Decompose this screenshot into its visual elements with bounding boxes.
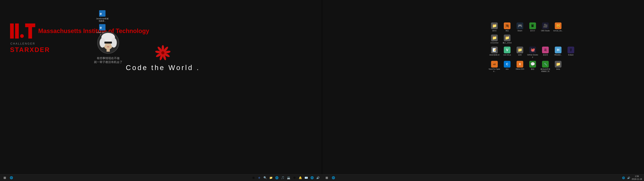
taskbar-file[interactable]: 📁 [268,175,274,180]
icon-github-label: GitHub Desktop [527,54,538,58]
icon-obs[interactable]: 🎥 OBS Studio [539,22,552,32]
mit-t-bottom [28,27,32,38]
icon-empty-5 [552,34,564,44]
wechat-devtools-icon: 🔧 [542,61,549,68]
time-display-2[interactable]: 1:59 2018-11-19 [632,175,642,181]
icon-steamtxt[interactable]: 📝 steam游戏.txt [488,46,500,59]
icon-calculator[interactable]: 🖩 百行计 [526,22,539,32]
taskbar-settings[interactable]: ⚙ [292,175,297,180]
icon-xmind2-label: 翻人_xmind [503,42,512,44]
icon-steam-label: Steam [518,30,522,32]
icon-xmind1[interactable]: 📁 灯芯xmind [488,34,500,44]
icon-xmind2[interactable]: 📁 翻人_xmind [501,34,513,44]
cics-icon: C [504,61,510,68]
icon-cics[interactable]: C cics [501,60,513,73]
taskbar-winbtn2[interactable]: ⊞ [251,175,256,180]
icon-github[interactable]: 🐙 GitHub Desktop [526,46,539,59]
calc-icon: 🖩 [529,22,536,29]
icon-wechat[interactable]: 💬 微信 [526,60,539,73]
icon-calc-label: 百行计 [530,30,535,32]
icon-xmind1-label: 灯芯xmind [490,42,498,44]
icon-demo[interactable]: 📁 demo [488,22,500,32]
icon-huashengqiao[interactable]: 花 花生売 [539,46,552,59]
icon-obs-label: OBS Studio [541,30,550,32]
quote-line1: 有些事情现在不做 [94,56,122,60]
taskbar-cortana[interactable]: 🌐 [9,175,14,180]
taskbar-chrome[interactable]: 🌐 [274,175,280,180]
avatar-circle [97,32,119,54]
steam-icon: 🎮 [516,22,523,29]
icon-tomcat[interactable]: 🐱 tomcat_sta... [552,22,564,32]
challenger-label: CHALLENGER [10,42,35,45]
nfs-icon: 🏎 [491,61,498,68]
desktop-icon-js[interactable]: e JavaScript权威指南第... [96,10,109,22]
taskbar-music[interactable]: 🎵 [280,175,286,180]
hbuilder-icon: H [555,46,562,53]
icon-taobao-label: 淘宝 [506,30,509,32]
mit-logo-row: Massachusetts Institute of Technology [10,24,149,38]
taskbar-left: ⊞ 🌐 [0,174,16,181]
starxder-label: STARXDER [10,46,50,54]
taobao-icon: 淘 [504,22,510,29]
icon-empty-7 [565,60,577,73]
icon-nfs[interactable]: 🏎 Need For Speed... [488,60,500,73]
temp-icon: 📁 [555,61,562,68]
mit-title: Massachusetts Institute of Technology [38,27,149,34]
icon-wechat-devtools[interactable]: 🔧 微信web开发者辅助工具 [539,60,552,73]
js-icon: e [99,10,106,17]
taskbar-volume[interactable]: 🔊 [315,175,321,180]
icon-taobao[interactable]: 淘 淘宝 [501,22,513,32]
icon-demo-label: demo [492,30,496,32]
mit-t [25,24,35,38]
svg-point-22 [161,51,164,54]
icon-empty-4 [539,34,552,44]
code-world-text: Code the World . [126,64,200,72]
icon-eclipse-label: Eclipse [568,54,574,56]
mit-dot [20,34,24,38]
icon-vuejs[interactable]: V vue-min.js [501,46,513,59]
vuejs-icon: V [504,46,510,53]
clock-date-2: 2018-11-19 [632,178,642,181]
icon-steamtxt-label: steam游戏.txt [489,54,500,56]
icon-eclipse[interactable]: ☿ Eclipse [565,46,577,59]
demo-folder-icon: 📁 [491,22,498,29]
quote-line2: 就一辈子都没有机会了 [94,60,122,64]
icon-huashengqiao-label: 花生売 [543,54,548,56]
clock-time-2: 1:59 [632,175,642,178]
svg-text:e: e [100,12,102,16]
taskbar2-network[interactable]: 🌐 [621,176,626,180]
icon-temp[interactable]: 📁 temp [552,60,564,73]
start-button-2[interactable]: ⊞ [323,174,330,181]
icon-empty-6 [565,34,577,44]
start-button[interactable]: ⊞ [1,174,8,181]
taskbar-search[interactable]: 🔍 [262,175,268,180]
mit-bars [10,24,35,38]
icon-work[interactable]: 📁 work [514,46,526,59]
taskbar-browser[interactable]: e [256,175,262,180]
icon-empty-2 [514,34,526,44]
github-icon: 🐙 [529,46,536,53]
taskbar-browser2[interactable]: 🌐 [310,175,315,180]
icon-steam[interactable]: 🎮 Steam [514,22,526,32]
taskbar2-icon1[interactable]: 🌐 [331,175,336,180]
icon-empty-1 [565,22,577,32]
wechat-icon: 💬 [529,61,536,68]
icon-empty-3 [526,34,539,44]
icon-work-label: work [518,54,522,56]
xmindzen-icon: X [516,61,523,68]
red-flower-icon [155,45,170,60]
mit-t-top [25,24,35,27]
svg-text:e: e [100,26,102,30]
eclipse-icon: ☿ [568,46,574,53]
taskbar-mail[interactable]: 📧 [304,175,309,180]
tomcat-icon: 🐱 [555,22,562,29]
huashengqiao-icon: 花 [542,46,549,53]
taskbar-notif[interactable]: 🔔 [298,175,303,180]
svg-rect-12 [106,48,110,52]
taskbar-computer[interactable]: 💻 [286,175,291,180]
taskbar2-right: 🌐 🔊 1:59 2018-11-19 [619,175,644,181]
taskbar2-volume[interactable]: 🔊 [626,176,631,180]
icon-wechat-label: 微信 [531,68,534,70]
icon-xmindzen[interactable]: X XMind ZEN [514,60,526,73]
icon-hbuilder[interactable]: H HBuilder... [552,46,564,59]
